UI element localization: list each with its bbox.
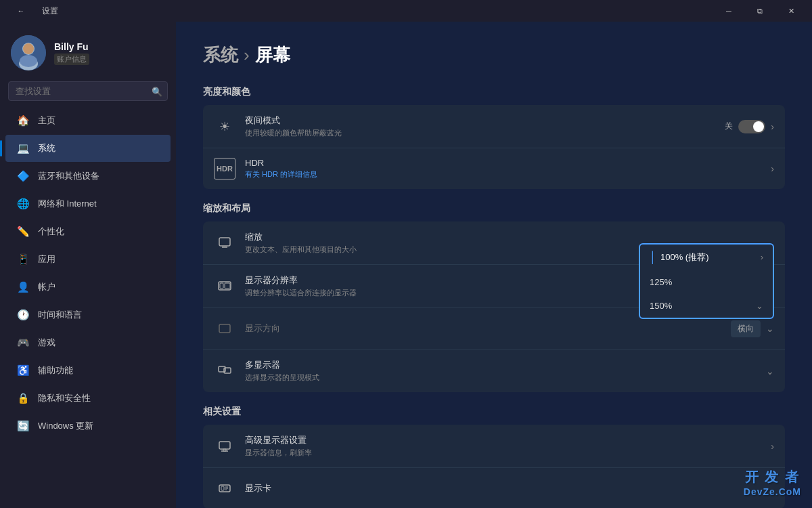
- sidebar-item-system[interactable]: 💻 系统: [5, 135, 171, 162]
- sidebar: Billy Fu 账户信息 🔍 🏠 主页 💻 系统 🔷 蓝牙和其他设备 🌐 网络…: [0, 22, 176, 508]
- restore-button[interactable]: ⧉: [744, 0, 775, 22]
- night-mode-icon: ☀: [214, 116, 235, 137]
- svg-rect-7: [220, 283, 223, 289]
- hdr-icon: HDR: [214, 158, 235, 179]
- dropdown-selected-label: 100% (推荐): [660, 251, 709, 263]
- sidebar-item-personalize[interactable]: ✏️ 个性化: [5, 218, 171, 245]
- dropdown-expand-icon: ›: [761, 252, 763, 262]
- sidebar-item-time[interactable]: 🕐 时间和语言: [5, 301, 171, 329]
- row-scale[interactable]: 缩放 更改文本、应用和其他项目的大小 100% (推荐) › 125%: [203, 221, 785, 265]
- row-hdr[interactable]: HDR HDR 有关 HDR 的详细信息 ›: [203, 148, 785, 189]
- night-mode-toggle[interactable]: [738, 120, 765, 133]
- hdr-title: HDR: [245, 158, 771, 168]
- titlebar-title: 设置: [42, 5, 58, 17]
- sidebar-item-network[interactable]: 🌐 网络和 Internet: [5, 190, 171, 217]
- sidebar-item-bluetooth[interactable]: 🔷 蓝牙和其他设备: [5, 163, 171, 190]
- svg-rect-9: [219, 324, 230, 333]
- multi-display-control: ⌄: [766, 366, 774, 377]
- multi-display-title: 多显示器: [245, 359, 766, 371]
- advanced-display-desc: 显示器信息，刷新率: [245, 448, 771, 458]
- row-advanced-display[interactable]: 高级显示器设置 显示器信息，刷新率 ›: [203, 425, 785, 468]
- section-scale-title: 缩放和布局: [203, 203, 785, 215]
- dropdown-item-150[interactable]: 150% ⌄: [640, 294, 773, 318]
- advanced-display-control: ›: [771, 441, 774, 452]
- nav-label-network: 网络和 Internet: [38, 198, 97, 210]
- breadcrumb: 系统 › 屏幕: [203, 43, 785, 67]
- titlebar-controls: ─ ⧉ ✕: [713, 0, 807, 22]
- sidebar-item-accessibility[interactable]: ♿ 辅助功能: [5, 357, 171, 384]
- breadcrumb-current: 屏幕: [255, 43, 290, 67]
- resolution-icon: [214, 276, 235, 297]
- profile-info: Billy Fu 账户信息: [54, 41, 89, 65]
- sidebar-item-windows_update[interactable]: 🔄 Windows 更新: [5, 412, 171, 440]
- search-box: 🔍: [8, 81, 168, 101]
- dropdown-item-125[interactable]: 125%: [640, 270, 773, 294]
- gpu-icon: [214, 478, 235, 499]
- orientation-chevron: ⌄: [766, 323, 774, 334]
- nav-label-windows_update: Windows 更新: [38, 420, 93, 432]
- scale-dropdown[interactable]: 100% (推荐) › 125% 150% ⌄: [639, 243, 774, 319]
- orientation-title: 显示方向: [245, 322, 731, 335]
- orientation-content: 显示方向: [245, 322, 731, 335]
- nav-label-bluetooth: 蓝牙和其他设备: [38, 170, 99, 182]
- back-button[interactable]: ←: [5, 0, 37, 22]
- sidebar-item-apps[interactable]: 📱 应用: [5, 246, 171, 273]
- night-mode-chevron: ›: [771, 121, 774, 132]
- multi-display-expand: ⌄: [766, 366, 774, 377]
- night-mode-desc: 使用较暖的颜色帮助屏蔽蓝光: [245, 128, 725, 138]
- advanced-display-icon: [214, 436, 235, 457]
- svg-rect-13: [219, 485, 230, 492]
- night-mode-title: 夜间模式: [245, 114, 725, 127]
- svg-rect-8: [225, 283, 230, 289]
- svg-point-3: [23, 43, 34, 54]
- hdr-content: HDR 有关 HDR 的详细信息: [245, 158, 771, 179]
- row-multi-display[interactable]: 多显示器 选择显示器的呈现模式 ⌄: [203, 350, 785, 392]
- breadcrumb-parent[interactable]: 系统: [203, 43, 238, 67]
- row-night-mode[interactable]: ☀ 夜间模式 使用较暖的颜色帮助屏蔽蓝光 关 ›: [203, 105, 785, 148]
- nav-label-personalize: 个性化: [38, 226, 64, 238]
- nav-icon-network: 🌐: [16, 197, 30, 211]
- orientation-value: 横向: [731, 320, 761, 337]
- nav-icon-gaming: 🎮: [16, 336, 30, 350]
- nav-icon-accounts: 👤: [16, 280, 30, 294]
- night-mode-content: 夜间模式 使用较暖的颜色帮助屏蔽蓝光: [245, 114, 725, 138]
- advanced-display-chevron: ›: [771, 441, 774, 452]
- row-gpu[interactable]: 显示卡: [203, 468, 785, 508]
- nav-icon-bluetooth: 🔷: [16, 169, 30, 183]
- advanced-display-content: 高级显示器设置 显示器信息，刷新率: [245, 434, 771, 458]
- nav-icon-windows_update: 🔄: [16, 419, 30, 433]
- svg-rect-14: [221, 486, 224, 490]
- minimize-button[interactable]: ─: [713, 0, 744, 22]
- nav-icon-home: 🏠: [16, 114, 30, 127]
- avatar: [11, 35, 46, 70]
- nav-label-accessibility: 辅助功能: [38, 364, 73, 377]
- search-input[interactable]: [8, 81, 168, 101]
- nav-label-privacy: 隐私和安全性: [38, 392, 91, 404]
- nav-icon-time: 🕐: [16, 308, 30, 322]
- sidebar-item-home[interactable]: 🏠 主页: [5, 107, 171, 134]
- dropdown-label-125: 125%: [650, 277, 672, 287]
- search-icon: 🔍: [152, 86, 162, 96]
- nav-label-apps: 应用: [38, 253, 55, 266]
- nav-label-accounts: 帐户: [38, 281, 55, 293]
- hdr-control: ›: [771, 163, 774, 174]
- night-mode-control: 关 ›: [725, 120, 774, 133]
- hdr-chevron: ›: [771, 163, 774, 174]
- profile-section: Billy Fu 账户信息: [0, 27, 176, 81]
- advanced-display-title: 高级显示器设置: [245, 434, 771, 446]
- dropdown-item-100[interactable]: 100% (推荐) ›: [640, 245, 773, 270]
- scale-title: 缩放: [245, 231, 774, 243]
- sidebar-item-privacy[interactable]: 🔒 隐私和安全性: [5, 385, 171, 412]
- content-area: 系统 › 屏幕 亮度和颜色 ☀ 夜间模式 使用较暖的颜色帮助屏蔽蓝光 关 ›: [176, 22, 812, 508]
- sidebar-item-gaming[interactable]: 🎮 游戏: [5, 329, 171, 356]
- close-button[interactable]: ✕: [775, 0, 807, 22]
- svg-rect-5: [219, 238, 230, 246]
- sidebar-item-accounts[interactable]: 👤 帐户: [5, 274, 171, 301]
- app-container: Billy Fu 账户信息 🔍 🏠 主页 💻 系统 🔷 蓝牙和其他设备 🌐 网络…: [0, 22, 812, 508]
- orientation-control[interactable]: 横向 ⌄: [731, 320, 774, 337]
- nav-label-gaming: 游戏: [38, 337, 55, 349]
- scale-icon: [214, 232, 235, 254]
- nav-icon-personalize: ✏️: [16, 225, 30, 238]
- multi-display-content: 多显示器 选择显示器的呈现模式: [245, 359, 766, 383]
- gpu-title: 显示卡: [245, 482, 774, 494]
